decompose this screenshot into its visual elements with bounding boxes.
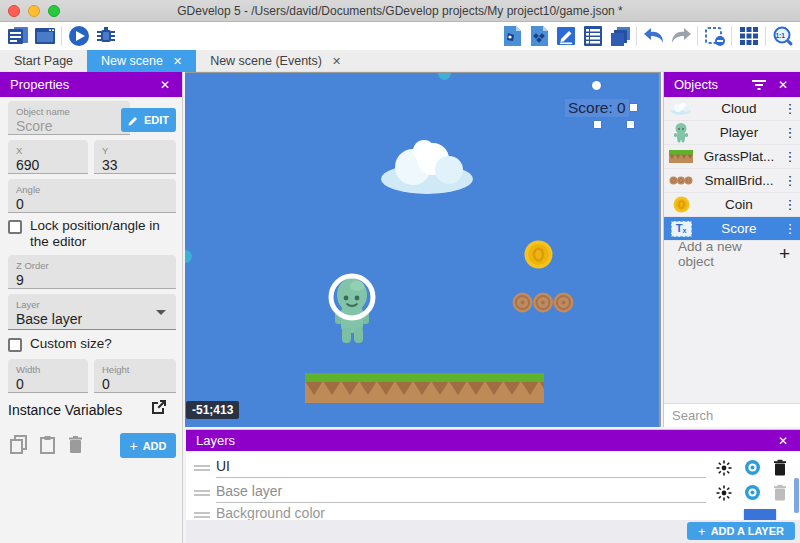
object-name: Score	[698, 221, 780, 236]
play-icon	[68, 25, 90, 47]
variables-actions	[10, 435, 83, 454]
object-item-grassplatform[interactable]: GrassPlat... ⋮	[664, 145, 800, 169]
kebab-menu-icon[interactable]: ⋮	[780, 149, 800, 164]
scene-editor-icon	[34, 26, 56, 46]
objects-search-input[interactable]	[672, 408, 800, 423]
toggle-grid-button[interactable]	[735, 23, 762, 49]
object-item-coin[interactable]: Coin ⋮	[664, 193, 800, 217]
object-name: Cloud	[698, 101, 780, 116]
tab-new-scene-events[interactable]: New scene (Events) ✕	[196, 50, 355, 72]
coin-instance[interactable]	[524, 240, 553, 269]
undo-button[interactable]	[640, 23, 667, 49]
instance-variables-title: Instance Variables	[8, 402, 122, 418]
close-tab-icon[interactable]: ✕	[173, 55, 182, 68]
object-item-player[interactable]: Player ⋮	[664, 121, 800, 145]
open-object-groups-button[interactable]	[525, 23, 552, 49]
width-value: 0	[16, 376, 80, 392]
player-instance[interactable]	[327, 271, 377, 347]
angle-field[interactable]: Angle 0	[8, 179, 176, 213]
canvas-scroll-thumb-top[interactable]	[438, 72, 451, 80]
z-order-field[interactable]: Z Order 9	[8, 255, 176, 289]
copy-icon[interactable]	[10, 435, 27, 454]
object-item-smallbridge[interactable]: SmallBrid... ⋮	[664, 169, 800, 193]
open-layers-editor-button[interactable]	[606, 23, 633, 49]
add-variable-button[interactable]: + ADD	[120, 433, 176, 458]
toggle-mask-button[interactable]	[701, 23, 728, 49]
resize-handle-south[interactable]	[594, 121, 601, 128]
drag-handle-icon[interactable]	[194, 463, 210, 473]
kebab-menu-icon[interactable]: ⋮	[780, 125, 800, 140]
kebab-menu-icon[interactable]: ⋮	[780, 101, 800, 116]
layer-name-input[interactable]: Base layer	[216, 483, 706, 503]
project-manager-button[interactable]	[4, 23, 31, 49]
add-a-layer-label: ADD A LAYER	[711, 525, 784, 537]
layer-name-input[interactable]: UI	[216, 458, 706, 478]
add-a-layer-button[interactable]: + ADD A LAYER	[687, 522, 795, 540]
edit-object-button[interactable]: EDIT	[121, 108, 176, 132]
object-name-value: Score	[16, 118, 122, 134]
layers-scrollbar-thumb[interactable]	[794, 478, 799, 513]
small-bridge-instance[interactable]	[512, 292, 574, 313]
rotation-handle[interactable]	[592, 81, 601, 90]
zoom-level-label: 1:1	[776, 32, 785, 39]
debug-button[interactable]	[92, 23, 119, 49]
paste-icon[interactable]	[40, 435, 55, 454]
object-name-field[interactable]: Object name Score	[8, 101, 130, 135]
layer-select[interactable]: Layer Base layer	[8, 294, 176, 330]
width-field[interactable]: Width 0	[8, 359, 88, 393]
scene-canvas[interactable]: Score: 0 -51;413	[185, 72, 661, 427]
tab-new-scene[interactable]: New scene ✕	[87, 50, 196, 72]
grass-platform-instance[interactable]	[305, 373, 544, 403]
kebab-menu-icon[interactable]: ⋮	[780, 221, 800, 236]
x-position-field[interactable]: X 690	[8, 140, 88, 174]
layer-visibility-icon[interactable]	[744, 484, 761, 501]
custom-size-checkbox[interactable]	[8, 338, 22, 352]
drag-handle-icon[interactable]	[194, 510, 210, 520]
object-name: Player	[698, 125, 780, 140]
tab-start-page[interactable]: Start Page	[0, 50, 87, 72]
layer-delete-icon[interactable]	[773, 459, 787, 476]
filter-icon[interactable]	[752, 80, 766, 90]
scene-editor-button[interactable]	[31, 23, 58, 49]
open-instances-list-button[interactable]	[579, 23, 606, 49]
pencil-icon	[128, 115, 139, 126]
zoom-1-1-button[interactable]: 1:1	[769, 23, 796, 49]
score-text-instance[interactable]: Score: 0	[565, 99, 629, 117]
resize-handle-east[interactable]	[630, 104, 637, 111]
redo-button[interactable]	[667, 23, 694, 49]
objects-panel-title: Objects	[674, 77, 718, 92]
layer-row-base: Base layer	[186, 480, 800, 505]
drag-handle-icon[interactable]	[194, 488, 210, 498]
undo-icon	[642, 26, 666, 46]
cloud-instance[interactable]	[379, 139, 475, 195]
resize-handle-southeast[interactable]	[627, 121, 634, 128]
object-name: SmallBrid...	[698, 173, 780, 188]
kebab-menu-icon[interactable]: ⋮	[780, 173, 800, 188]
object-item-cloud[interactable]: Cloud ⋮	[664, 97, 800, 121]
objects-search-bar	[664, 403, 800, 427]
custom-size-label: Custom size?	[30, 336, 112, 352]
layer-visibility-icon[interactable]	[744, 459, 761, 476]
tab-label: Start Page	[14, 54, 73, 68]
close-tab-icon[interactable]: ✕	[332, 55, 341, 68]
tab-label: New scene (Events)	[210, 54, 322, 68]
object-item-score[interactable]: Tx Score ⋮	[664, 217, 800, 241]
layer-effects-icon[interactable]	[716, 460, 732, 476]
objects-editor-icon	[502, 25, 522, 47]
preview-play-button[interactable]	[65, 23, 92, 49]
open-variables-button[interactable]	[150, 398, 168, 416]
y-position-field[interactable]: Y 33	[94, 140, 176, 174]
height-field[interactable]: Height 0	[94, 359, 176, 393]
open-objects-editor-button[interactable]	[498, 23, 525, 49]
canvas-scroll-thumb-left[interactable]	[185, 250, 192, 263]
trash-icon[interactable]	[68, 435, 83, 454]
width-label: Width	[16, 364, 80, 375]
layer-effects-icon[interactable]	[716, 485, 732, 501]
close-objects-icon[interactable]: ✕	[776, 78, 790, 92]
close-properties-icon[interactable]: ✕	[158, 78, 172, 92]
kebab-menu-icon[interactable]: ⋮	[780, 197, 800, 212]
open-properties-button[interactable]	[552, 23, 579, 49]
add-new-object-button[interactable]: Add a new object +	[664, 241, 800, 267]
lock-position-checkbox[interactable]	[8, 220, 22, 234]
close-layers-icon[interactable]: ✕	[776, 434, 790, 448]
